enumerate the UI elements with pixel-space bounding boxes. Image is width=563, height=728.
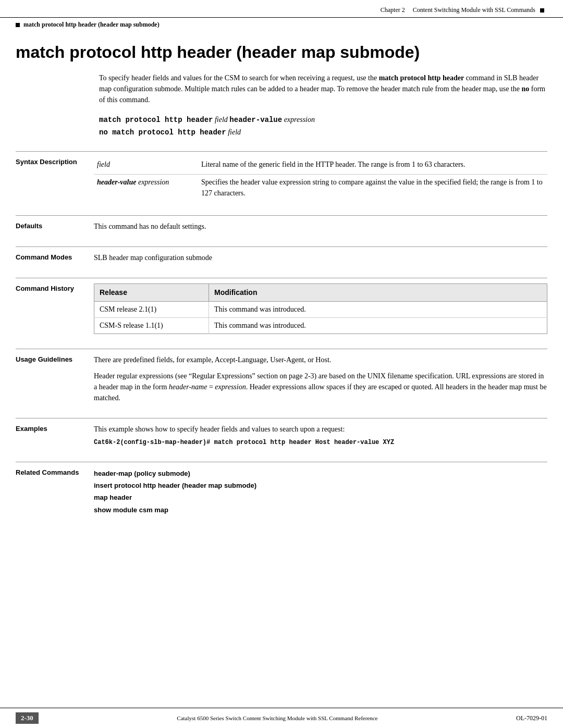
syntax-row-field: field Literal name of the generic field … xyxy=(94,157,547,175)
intro-paragraph: To specify header fields and values for … xyxy=(99,72,547,105)
related-commands-label: Related Commands xyxy=(16,467,94,516)
history-release-1: CSM release 2.1(1) xyxy=(94,302,209,318)
footer-center-text: Catalyst 6500 Series Switch Content Swit… xyxy=(49,715,506,721)
usage-guidelines-content: There are predefined fields, for example… xyxy=(94,354,547,403)
syntax-desc-header-value: Specifies the header value expression st… xyxy=(198,175,547,201)
command-history-label: Command History xyxy=(16,283,94,334)
intro-section: To specify header fields and values for … xyxy=(99,72,547,105)
command-modes-content: SLB header map configuration submode xyxy=(94,252,547,263)
footer-right-text: OL-7029-01 xyxy=(516,714,547,722)
related-link-header-map[interactable]: header-map (policy submode) xyxy=(94,467,547,479)
breadcrumb-text: match protocol http header (header map s… xyxy=(23,21,160,28)
syntax-description-label: Syntax Description xyxy=(16,157,94,201)
syntax-row-header-value: header-value expression Specifies the he… xyxy=(94,175,547,201)
usage-guidelines-label: Usage Guidelines xyxy=(16,354,94,403)
page-footer: 2-30 Catalyst 6500 Series Switch Content… xyxy=(0,708,563,728)
syntax-desc-field: Literal name of the generic field in the… xyxy=(198,157,547,175)
header-chapter-num: Chapter 2 xyxy=(381,6,405,14)
command-modes-label: Command Modes xyxy=(16,252,94,263)
breadcrumb: match protocol http header (header map s… xyxy=(0,18,563,32)
defaults-section: Defaults This command has no default set… xyxy=(16,215,547,232)
history-modification-2: This command was introduced. xyxy=(209,317,547,334)
usage-guidelines-section: Usage Guidelines There are predefined fi… xyxy=(16,349,547,403)
command-modes-text: SLB header map configuration submode xyxy=(94,252,547,263)
syntax-line-1: match protocol http header field header-… xyxy=(99,116,547,124)
syntax-param-field: field xyxy=(94,157,198,175)
syntax-table: field Literal name of the generic field … xyxy=(94,157,547,201)
examples-code: Cat6k-2(config-slb-map-header)# match pr… xyxy=(94,438,547,447)
header-chapter-title: Content Switching Module with SSL Comman… xyxy=(413,6,535,14)
history-row-1: CSM release 2.1(1) This command was intr… xyxy=(94,302,547,318)
defaults-label: Defaults xyxy=(16,221,94,232)
header-chapter: Chapter 2 Content Switching Module with … xyxy=(381,6,547,14)
syntax-line-2: no match protocol http header field xyxy=(99,128,547,137)
defaults-text: This command has no default settings. xyxy=(94,221,547,232)
usage-para-2: Header regular expressions (see “Regular… xyxy=(94,371,547,403)
history-header-row: Release Modification xyxy=(94,284,547,302)
syntax-param-header-value: header-value expression xyxy=(94,175,198,201)
related-commands-content: header-map (policy submode) insert proto… xyxy=(94,467,547,516)
command-history-content: Release Modification CSM release 2.1(1) … xyxy=(94,283,547,334)
examples-section: Examples This example shows how to speci… xyxy=(16,418,547,447)
syntax-description-content: field Literal name of the generic field … xyxy=(94,157,547,201)
history-col-release: Release xyxy=(94,284,209,302)
related-link-insert-protocol[interactable]: insert protocol http header (header map … xyxy=(94,479,547,491)
footer-left: 2-30 xyxy=(16,712,39,724)
history-row-2: CSM-S release 1.1(1) This command was in… xyxy=(94,317,547,334)
breadcrumb-icon xyxy=(16,23,20,27)
page-title: match protocol http header (header map s… xyxy=(16,42,547,62)
history-table: Release Modification CSM release 2.1(1) … xyxy=(94,283,547,334)
history-release-2: CSM-S release 1.1(1) xyxy=(94,317,209,334)
page-header: Chapter 2 Content Switching Module with … xyxy=(0,0,563,18)
examples-label: Examples xyxy=(16,424,94,447)
header-square-icon xyxy=(540,8,544,13)
related-link-show-module[interactable]: show module csm map xyxy=(94,504,547,516)
history-col-modification: Modification xyxy=(209,284,547,302)
syntax-description-section: Syntax Description field Literal name of… xyxy=(16,151,547,201)
main-content: match protocol http header (header map s… xyxy=(0,32,563,558)
related-link-map-header[interactable]: map header xyxy=(94,491,547,503)
command-modes-section: Command Modes SLB header map configurati… xyxy=(16,246,547,263)
related-commands-section: Related Commands header-map (policy subm… xyxy=(16,462,547,516)
defaults-content: This command has no default settings. xyxy=(94,221,547,232)
examples-content: This example shows how to specify header… xyxy=(94,424,547,447)
examples-text: This example shows how to specify header… xyxy=(94,424,547,435)
page-number: 2-30 xyxy=(16,712,39,724)
history-modification-1: This command was introduced. xyxy=(209,302,547,318)
usage-para-1: There are predefined fields, for example… xyxy=(94,354,547,365)
command-history-section: Command History Release Modification CSM… xyxy=(16,278,547,334)
